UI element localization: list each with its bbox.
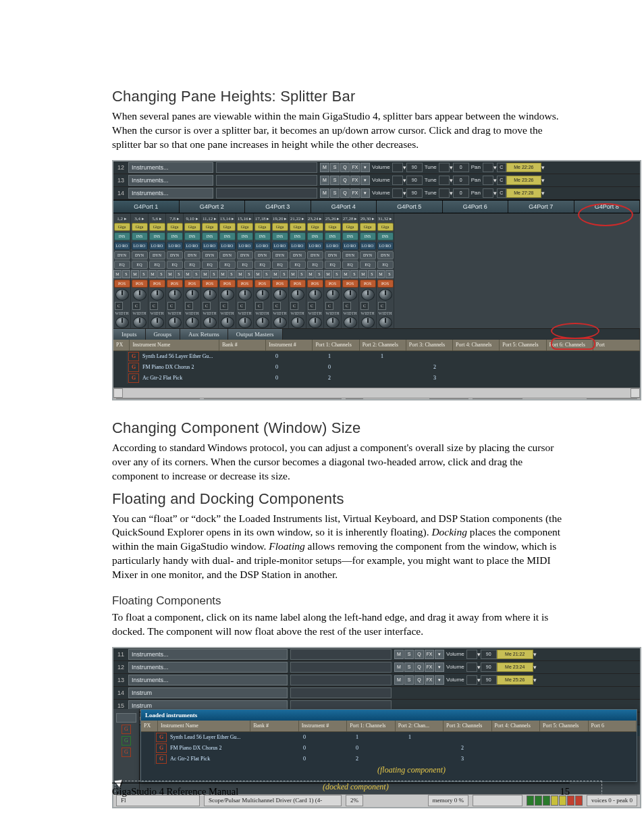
mixer-channel[interactable]: 7,8 ▸GigaINSLO RODYNEQMSPOSCWIDTH <box>166 213 184 328</box>
instrument-row[interactable]: GAc Gtr-2 Flat Pick023 <box>141 754 637 764</box>
dsp-tab[interactable]: Inputs <box>113 329 146 340</box>
instrument-row[interactable]: GFM Piano DX Chorus 2002 <box>141 743 637 754</box>
mixer-channel[interactable]: 1,2 ▸GigaINSLO RODYNEQMSPOSCWIDTH <box>113 213 131 328</box>
column-header[interactable]: Port 3: Channels <box>444 721 491 731</box>
center-button[interactable]: C <box>497 163 506 172</box>
width-knob[interactable] <box>379 317 392 328</box>
width-knob[interactable] <box>344 317 357 328</box>
pan-knob[interactable] <box>256 289 269 301</box>
volume-slider[interactable] <box>466 650 477 659</box>
column-header[interactable]: Port 3: Channels <box>406 340 453 350</box>
output-box[interactable]: Me 25:26 <box>497 675 533 685</box>
msqfx-buttons[interactable]: MSQFX▾ <box>320 163 370 172</box>
mixer-channel[interactable]: 29,30 ▸GigaINSLO RODYNEQMSPOSCWIDTH <box>359 213 377 328</box>
pan-slider[interactable] <box>483 176 493 185</box>
dsp-tab[interactable]: Groups <box>146 329 181 340</box>
width-knob[interactable] <box>326 317 340 328</box>
width-knob[interactable] <box>151 317 164 328</box>
volume-slider[interactable] <box>466 662 477 672</box>
instrument-row[interactable]: GFM Piano DX Chorus 2002 <box>113 362 640 373</box>
mixer-channel[interactable]: 5,6 ▸GigaINSLO RODYNEQMSPOSCWIDTH <box>149 213 166 328</box>
pan-knob[interactable] <box>203 289 217 301</box>
pan-knob[interactable] <box>238 289 252 301</box>
tune-slider[interactable] <box>439 176 450 185</box>
mixer-channel[interactable]: 31,32 ▸GigaINSLO RODYNEQMSPOSCWIDTH <box>377 213 394 328</box>
pan-knob[interactable] <box>308 289 322 301</box>
h-scrollbar[interactable] <box>113 388 640 398</box>
column-header[interactable]: Instrument Name <box>130 340 219 350</box>
width-knob[interactable] <box>168 317 182 328</box>
value-box[interactable]: 90 <box>481 662 497 672</box>
column-header[interactable]: Port 5: Channels <box>540 721 588 731</box>
pan-knob[interactable] <box>361 289 375 301</box>
pan-knob[interactable] <box>168 289 182 301</box>
pan-knob[interactable] <box>344 289 357 301</box>
pan-knob[interactable] <box>186 289 199 301</box>
instrument-field[interactable]: Instruments... <box>128 162 213 173</box>
center-button[interactable]: C <box>497 176 506 185</box>
port-tab[interactable]: G4Port 4 <box>311 201 377 213</box>
pan-knob[interactable] <box>221 289 234 301</box>
instrument-field[interactable]: Instruments... <box>128 175 213 186</box>
pan-knob[interactable] <box>151 289 164 301</box>
value-box[interactable]: 90 <box>481 650 497 659</box>
port-tab[interactable]: G4Port 1 <box>113 201 180 213</box>
pan-knob[interactable] <box>291 289 304 301</box>
mixer-channel[interactable]: 19,20 ▸GigaINSLO RODYNEQMSPOSCWIDTH <box>271 213 289 328</box>
mixer-channel[interactable]: 27,28 ▸GigaINSLO RODYNEQMSPOSCWIDTH <box>342 213 359 328</box>
keyboard-strip[interactable] <box>216 188 317 199</box>
tune-slider[interactable] <box>439 188 450 198</box>
dsp-tab[interactable]: Aux Returns <box>180 329 228 340</box>
port-tab[interactable]: G4Port 5 <box>377 201 443 213</box>
instrument-field[interactable]: Instrum <box>128 687 288 698</box>
volume-slider[interactable] <box>392 176 403 185</box>
width-knob[interactable] <box>308 317 322 328</box>
msqfx-buttons[interactable]: MSQFX▾ <box>394 675 444 685</box>
pan-knob[interactable] <box>379 289 392 301</box>
keyboard-strip[interactable] <box>290 649 392 660</box>
column-header[interactable]: Port 1: Channels <box>347 721 395 731</box>
pan-knob[interactable] <box>273 289 287 301</box>
pan-slider[interactable] <box>483 188 493 198</box>
pan-knob[interactable] <box>133 289 146 301</box>
keyboard-strip[interactable] <box>216 162 317 173</box>
port-tab[interactable]: G4Port 3 <box>245 201 311 213</box>
width-knob[interactable] <box>221 317 234 328</box>
volume-slider[interactable] <box>392 188 403 198</box>
output-box[interactable]: Me 27:28 <box>506 188 541 198</box>
keyboard-strip[interactable] <box>290 662 392 673</box>
output-box[interactable]: Me 21:22 <box>497 650 533 659</box>
center-button[interactable]: C <box>497 188 506 198</box>
value-box[interactable]: 90 <box>406 163 423 172</box>
width-knob[interactable] <box>133 317 146 328</box>
column-header[interactable]: Bank # <box>219 340 266 350</box>
keyboard-strip[interactable] <box>290 687 392 698</box>
pan-slider[interactable] <box>483 163 493 172</box>
instrument-row[interactable]: GSynth Lead 56 Layer Ether Gu...011 <box>141 732 637 743</box>
mixer-channel[interactable]: 9,10 ▸GigaINSLO RODYNEQMSPOSCWIDTH <box>184 213 201 328</box>
column-header[interactable]: Port 1: Channels <box>313 340 359 350</box>
value-box[interactable]: 90 <box>406 176 423 185</box>
mixer-channel[interactable]: 13,14 ▸GigaINSLO RODYNEQMSPOSCWIDTH <box>219 213 236 328</box>
msqfx-buttons[interactable]: MSQFX▾ <box>394 650 444 659</box>
instrument-row[interactable]: GAc Gtr-2 Flat Pick023 <box>113 373 640 384</box>
column-header[interactable]: Instrument Name <box>158 721 250 731</box>
column-header[interactable]: Bank # <box>250 721 298 731</box>
instrument-field[interactable]: Instruments... <box>128 649 288 660</box>
loaded-instruments-title[interactable]: Loaded instruments <box>141 710 637 721</box>
pan-knob[interactable] <box>115 289 129 301</box>
msqfx-buttons[interactable]: MSQFX▾ <box>394 662 444 672</box>
column-header[interactable]: Port 4: Channels <box>453 340 500 350</box>
width-knob[interactable] <box>238 317 252 328</box>
width-knob[interactable] <box>273 317 287 328</box>
output-box[interactable]: Me 22:26 <box>506 163 541 172</box>
mixer-channel[interactable]: 21,22 ▸GigaINSLO RODYNEQMSPOSCWIDTH <box>289 213 306 328</box>
column-header[interactable]: PX <box>141 721 158 731</box>
keyboard-strip[interactable] <box>216 175 317 186</box>
column-header[interactable]: Port 5: Channels <box>500 340 546 350</box>
keyboard-strip[interactable] <box>290 675 392 685</box>
loaded-instruments-panel[interactable]: Loaded instruments PXInstrument NameBank… <box>140 709 637 782</box>
msqfx-buttons[interactable]: MSQFX▾ <box>320 176 370 185</box>
column-header[interactable]: Instrument # <box>299 721 347 731</box>
column-header[interactable]: Port <box>593 340 640 350</box>
